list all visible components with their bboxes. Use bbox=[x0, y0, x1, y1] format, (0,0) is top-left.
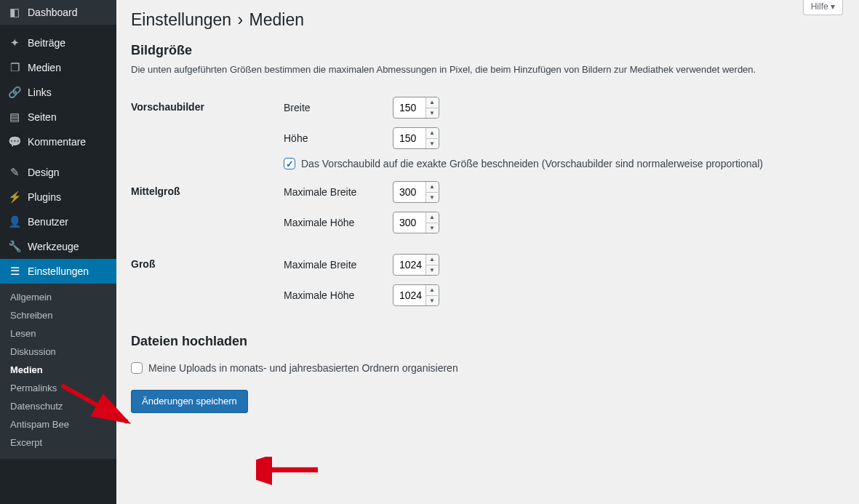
sidebar-item-beiträge[interactable]: ✦Beiträge bbox=[0, 31, 116, 55]
stepper-down-icon[interactable]: ▼ bbox=[426, 223, 438, 233]
large-height-stepper[interactable]: ▲▼ bbox=[393, 284, 439, 306]
sidebar-item-label: Plugins bbox=[28, 191, 61, 203]
organize-uploads-label: Meine Uploads in monats- und jahresbasie… bbox=[148, 362, 458, 374]
media-icon: ❐ bbox=[7, 61, 22, 74]
sidebar-item-label: Medien bbox=[28, 62, 61, 73]
large-width-input[interactable] bbox=[393, 255, 425, 275]
sidebar-item-label: Einstellungen bbox=[28, 265, 89, 277]
page-title: Einstellungen › Medien bbox=[131, 10, 844, 30]
stepper-up-icon[interactable]: ▲ bbox=[426, 255, 438, 265]
sidebar-item-label: Beiträge bbox=[28, 37, 65, 49]
stepper-up-icon[interactable]: ▲ bbox=[426, 97, 438, 108]
large-width-label: Maximale Breite bbox=[284, 259, 393, 271]
row-label-medium: Mittelgroß bbox=[131, 175, 284, 248]
medium-width-label: Maximale Breite bbox=[284, 186, 393, 198]
tools-icon: 🔧 bbox=[7, 240, 22, 253]
breadcrumb-sep: › bbox=[236, 10, 245, 29]
sidebar-item-dashboard[interactable]: ◧Dashboard bbox=[0, 0, 116, 25]
organize-uploads-checkbox[interactable] bbox=[131, 362, 143, 374]
user-icon: 👤 bbox=[7, 215, 22, 228]
link-icon: 🔗 bbox=[7, 86, 22, 99]
thumb-width-label: Breite bbox=[284, 102, 393, 113]
help-tab[interactable]: Hilfe ▾ bbox=[803, 0, 843, 15]
sidebar-item-design[interactable]: ✎Design bbox=[0, 160, 116, 185]
submenu-item-diskussion[interactable]: Diskussion bbox=[0, 343, 116, 361]
breadcrumb-leaf: Medien bbox=[249, 10, 304, 29]
thumb-height-stepper[interactable]: ▲▼ bbox=[393, 127, 439, 149]
stepper-down-icon[interactable]: ▼ bbox=[426, 295, 438, 306]
sidebar-item-einstellungen[interactable]: ☰Einstellungen bbox=[0, 259, 116, 284]
sidebar-item-label: Benutzer bbox=[28, 216, 68, 228]
sidebar-item-label: Design bbox=[28, 167, 60, 178]
submenu-item-permalinks[interactable]: Permalinks bbox=[0, 379, 116, 397]
row-label-thumbnail: Vorschaubilder bbox=[131, 91, 284, 175]
settings-submenu: AllgemeinSchreibenLesenDiskussionMedienP… bbox=[0, 284, 116, 459]
thumb-crop-checkbox[interactable] bbox=[284, 158, 295, 169]
medium-height-input[interactable] bbox=[393, 212, 425, 233]
sidebar-item-kommentare[interactable]: 💬Kommentare bbox=[0, 129, 116, 154]
medium-width-input[interactable] bbox=[393, 182, 425, 202]
sidebar-item-medien[interactable]: ❐Medien bbox=[0, 55, 116, 80]
sidebar-item-label: Werkzeuge bbox=[28, 241, 79, 252]
sidebar-item-label: Dashboard bbox=[28, 7, 78, 18]
stepper-up-icon[interactable]: ▲ bbox=[426, 128, 438, 138]
pages-icon: ▤ bbox=[7, 111, 22, 124]
thumb-height-label: Höhe bbox=[284, 132, 393, 144]
medium-height-stepper[interactable]: ▲▼ bbox=[393, 212, 439, 233]
thumb-width-input[interactable] bbox=[393, 97, 425, 118]
sidebar-item-links[interactable]: 🔗Links bbox=[0, 80, 116, 105]
large-height-input[interactable] bbox=[393, 285, 425, 305]
submenu-item-datenschutz[interactable]: Datenschutz bbox=[0, 397, 116, 415]
sidebar-item-seiten[interactable]: ▤Seiten bbox=[0, 105, 116, 129]
medium-width-stepper[interactable]: ▲▼ bbox=[393, 181, 439, 203]
sidebar-item-plugins[interactable]: ⚡Plugins bbox=[0, 185, 116, 209]
thumb-width-stepper[interactable]: ▲▼ bbox=[393, 97, 439, 119]
stepper-down-icon[interactable]: ▼ bbox=[426, 108, 438, 119]
sidebar-item-label: Links bbox=[28, 87, 52, 98]
sidebar-item-benutzer[interactable]: 👤Benutzer bbox=[0, 209, 116, 234]
medium-height-label: Maximale Höhe bbox=[284, 217, 393, 228]
submenu-item-antispam bee[interactable]: Antispam Bee bbox=[0, 415, 116, 433]
settings-icon: ☰ bbox=[7, 265, 22, 278]
submenu-item-lesen[interactable]: Lesen bbox=[0, 324, 116, 343]
thumb-height-input[interactable] bbox=[393, 128, 425, 148]
large-height-label: Maximale Höhe bbox=[284, 289, 393, 301]
submenu-item-excerpt[interactable]: Excerpt bbox=[0, 433, 116, 452]
pin-icon: ✦ bbox=[7, 36, 22, 49]
stepper-down-icon[interactable]: ▼ bbox=[426, 265, 438, 276]
submenu-item-allgemein[interactable]: Allgemein bbox=[0, 288, 116, 306]
plug-icon: ⚡ bbox=[7, 191, 22, 204]
row-label-large: Groß bbox=[131, 248, 284, 321]
breadcrumb-root: Einstellungen bbox=[131, 10, 231, 29]
section-heading-upload: Dateien hochladen bbox=[131, 334, 844, 349]
brush-icon: ✎ bbox=[7, 166, 22, 179]
comments-icon: 💬 bbox=[7, 135, 22, 148]
stepper-down-icon[interactable]: ▼ bbox=[426, 192, 438, 203]
main-content: Hilfe ▾ Einstellungen › Medien Bildgröße… bbox=[116, 0, 859, 504]
sidebar-item-label: Kommentare bbox=[28, 136, 86, 148]
stepper-up-icon[interactable]: ▲ bbox=[426, 182, 438, 192]
large-width-stepper[interactable]: ▲▼ bbox=[393, 254, 439, 276]
image-size-description: Die unten aufgeführten Größen bestimmen … bbox=[131, 64, 844, 75]
sidebar-item-label: Seiten bbox=[28, 111, 57, 123]
admin-sidebar: ◧Dashboard✦Beiträge❐Medien🔗Links▤Seiten💬… bbox=[0, 0, 116, 504]
sidebar-item-werkzeuge[interactable]: 🔧Werkzeuge bbox=[0, 234, 116, 259]
section-heading-image-size: Bildgröße bbox=[131, 43, 844, 58]
dashboard-icon: ◧ bbox=[7, 6, 22, 19]
submenu-item-medien[interactable]: Medien bbox=[0, 361, 116, 379]
stepper-up-icon[interactable]: ▲ bbox=[426, 212, 438, 223]
thumb-crop-label: Das Vorschaubild auf die exakte Größe be… bbox=[301, 158, 763, 169]
save-button[interactable]: Änderungen speichern bbox=[131, 390, 248, 413]
stepper-up-icon[interactable]: ▲ bbox=[426, 285, 438, 295]
submenu-item-schreiben[interactable]: Schreiben bbox=[0, 306, 116, 324]
stepper-down-icon[interactable]: ▼ bbox=[426, 138, 438, 149]
